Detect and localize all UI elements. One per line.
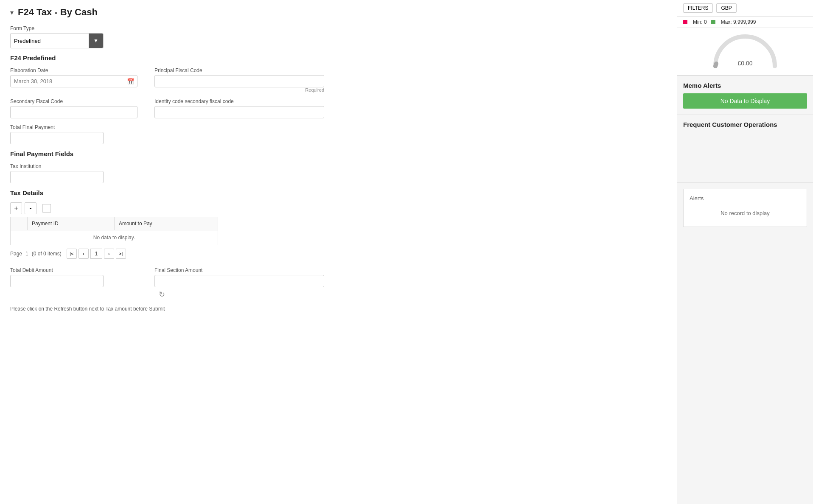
prev-page-button[interactable]: ‹ [78, 249, 89, 259]
col-principal-fiscal: Principal Fiscal Code Required [154, 67, 324, 92]
first-page-button[interactable]: |< [67, 249, 77, 259]
total-debit-input[interactable] [10, 275, 104, 287]
alerts-title: Alerts [690, 195, 801, 202]
predefined-section-title: F24 Predefined [10, 54, 667, 62]
principal-fiscal-label: Principal Fiscal Code [154, 67, 324, 73]
fco-title: Frequent Customer Operations [683, 121, 807, 128]
form-title: F24 Tax - By Cash [18, 7, 98, 18]
tax-table-controls: + - [10, 202, 667, 214]
form-type-label: Form Type [10, 25, 667, 31]
col-amount-header: Amount to Pay [114, 217, 218, 230]
identity-code-input[interactable] [154, 106, 324, 118]
max-label: Max: 9,999,999 [721, 19, 756, 25]
totals-row: Total Debit Amount Final Section Amount … [10, 267, 667, 299]
no-data-cell: No data to display. [11, 230, 218, 245]
gauge-value: £0.00 [737, 60, 752, 67]
identity-code-label: Identity code secondary fiscal code [154, 98, 324, 104]
frequent-customer-operations-section: Frequent Customer Operations [677, 115, 813, 182]
total-final-payment-input[interactable] [10, 132, 104, 144]
range-labels: Min: 0 Max: 9,999,999 [677, 17, 813, 28]
col-total-debit: Total Debit Amount [10, 267, 137, 299]
col-final-section: Final Section Amount ↻ [154, 267, 324, 299]
form-header: ▾ F24 Tax - By Cash [10, 7, 667, 18]
page-info: (0 of 0 items) [32, 251, 62, 257]
select-dropdown-arrow[interactable]: ▼ [89, 34, 103, 48]
collapse-icon[interactable]: ▾ [10, 8, 14, 17]
min-dot-icon [683, 20, 687, 24]
col-checkbox-header [11, 217, 28, 230]
row-date-fiscal: Elaboration Date 📅 Principal Fiscal Code… [10, 67, 667, 92]
alerts-section: Alerts No record to display [677, 182, 813, 233]
required-label: Required [154, 87, 324, 92]
filters-button[interactable]: FILTERS [683, 3, 713, 13]
max-dot-icon [711, 20, 715, 24]
form-type-group: Form Type Predefined Generic ▼ [10, 25, 667, 48]
select-all-checkbox[interactable] [42, 204, 51, 213]
currency-button[interactable]: GBP [716, 3, 736, 13]
sidebar: FILTERS GBP Min: 0 Max: 9,999,999 £0.00 … [677, 0, 813, 504]
elaboration-date-input[interactable] [10, 75, 137, 87]
elaboration-date-label: Elaboration Date [10, 67, 137, 73]
row-secondary-fiscal: Secondary Fiscal Code Identity code seco… [10, 98, 667, 118]
tax-institution-input[interactable] [10, 171, 104, 183]
principal-fiscal-input[interactable] [154, 75, 324, 87]
bottom-note: Please click on the Refresh button next … [10, 306, 667, 312]
pagination-bar: Page 1 (0 of 0 items) |< ‹ › >| [10, 249, 667, 259]
page-number-input[interactable] [90, 249, 102, 259]
tax-table-header-row: Payment ID Amount to Pay [11, 217, 218, 230]
tax-table: Payment ID Amount to Pay No data to disp… [10, 217, 218, 245]
min-label: Min: 0 [693, 19, 707, 25]
memo-alerts-title: Memo Alerts [683, 82, 807, 89]
col-identity-code: Identity code secondary fiscal code [154, 98, 324, 118]
final-section-input[interactable] [154, 275, 324, 287]
total-final-payment-group: Total Final Payment [10, 124, 667, 144]
no-data-display-button[interactable]: No Data to Display [683, 93, 807, 109]
tax-institution-label: Tax Institution [10, 163, 667, 169]
last-page-button[interactable]: >| [116, 249, 126, 259]
no-record-text: No record to display [690, 206, 801, 221]
col-payment-id-header: Payment ID [28, 217, 115, 230]
add-row-button[interactable]: + [10, 202, 22, 214]
remove-row-button[interactable]: - [25, 202, 36, 214]
secondary-fiscal-label: Secondary Fiscal Code [10, 98, 137, 104]
secondary-fiscal-input[interactable] [10, 106, 137, 118]
next-page-button[interactable]: › [104, 249, 114, 259]
col-elaboration-date: Elaboration Date 📅 [10, 67, 137, 92]
page-number-display: 1 [25, 251, 28, 257]
no-data-row: No data to display. [11, 230, 218, 245]
gauge-container: £0.00 [677, 28, 813, 76]
tax-institution-group: Tax Institution [10, 163, 667, 183]
elaboration-date-wrapper: 📅 [10, 75, 137, 87]
total-final-payment-label: Total Final Payment [10, 124, 667, 130]
form-type-select-wrapper[interactable]: Predefined Generic ▼ [10, 33, 104, 48]
final-section-label: Final Section Amount [154, 267, 324, 273]
calendar-icon[interactable]: 📅 [127, 78, 134, 85]
form-type-select[interactable]: Predefined Generic [11, 35, 89, 47]
total-debit-label: Total Debit Amount [10, 267, 137, 273]
tax-details-title: Tax Details [10, 189, 667, 196]
tax-details-section: Tax Details + - Payment ID Amount to Pay… [10, 189, 667, 259]
memo-alerts-section: Memo Alerts No Data to Display [677, 76, 813, 115]
col-secondary-fiscal: Secondary Fiscal Code [10, 98, 137, 118]
alerts-box: Alerts No record to display [683, 189, 807, 227]
final-payment-title: Final Payment Fields [10, 150, 667, 157]
filters-bar: FILTERS GBP [677, 0, 813, 17]
refresh-icon[interactable]: ↻ [159, 290, 165, 299]
page-label: Page [10, 251, 22, 257]
